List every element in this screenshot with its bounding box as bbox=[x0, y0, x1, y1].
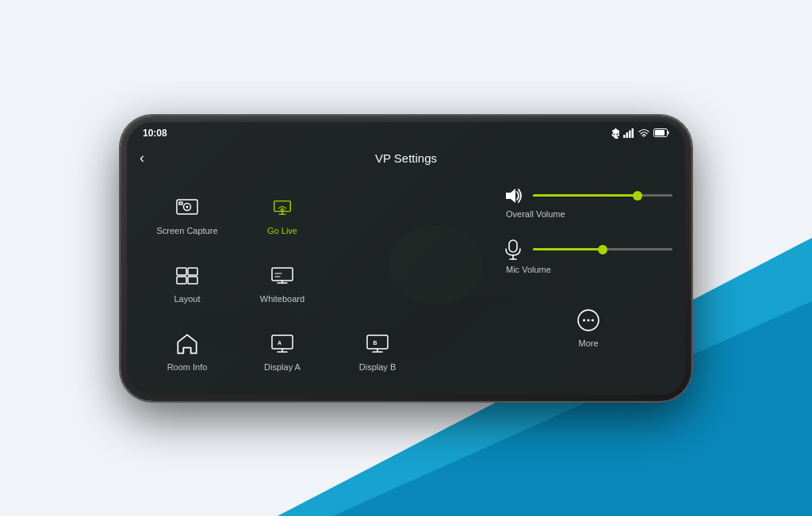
mic-volume-row bbox=[504, 239, 672, 260]
overall-volume-label: Overall Volume bbox=[504, 209, 565, 219]
mic-volume-control: Mic Volume bbox=[504, 233, 672, 281]
phone-outer-shell: 10:08 bbox=[121, 116, 691, 401]
more-label: More bbox=[578, 338, 598, 348]
phone-screen: 10:08 bbox=[127, 122, 685, 395]
layout-button[interactable]: Layout bbox=[140, 249, 235, 317]
svg-rect-28 bbox=[177, 277, 186, 284]
mic-volume-label: Mic Volume bbox=[504, 265, 551, 274]
overall-volume-row bbox=[504, 187, 672, 204]
screen-capture-button[interactable]: Screen Capture bbox=[140, 181, 235, 249]
svg-rect-15 bbox=[632, 128, 634, 138]
svg-rect-19 bbox=[655, 130, 665, 136]
go-live-icon bbox=[268, 193, 297, 222]
overall-volume-track[interactable] bbox=[533, 194, 672, 197]
display-b-icon: B bbox=[363, 330, 392, 358]
room-info-button[interactable]: Room Info bbox=[140, 317, 235, 385]
svg-point-41 bbox=[587, 319, 589, 321]
svg-text:A: A bbox=[278, 340, 282, 346]
mic-volume-track[interactable] bbox=[533, 248, 672, 250]
display-a-icon: A bbox=[268, 330, 297, 358]
layout-icon bbox=[173, 262, 201, 290]
whiteboard-button[interactable]: Whiteboard bbox=[235, 249, 330, 317]
page-title: VP Settings bbox=[375, 151, 437, 165]
battery-icon bbox=[653, 128, 669, 137]
wifi-icon bbox=[638, 128, 649, 137]
room-info-icon bbox=[173, 330, 201, 358]
button-grid: Screen Capture bbox=[140, 181, 504, 387]
mic-icon bbox=[504, 239, 522, 260]
screen-capture-icon bbox=[173, 193, 201, 222]
svg-rect-13 bbox=[626, 132, 629, 138]
display-a-button[interactable]: A Display A bbox=[235, 317, 330, 385]
signal-icon bbox=[623, 128, 634, 138]
go-live-button[interactable]: Go Live bbox=[235, 181, 330, 249]
bluetooth-icon bbox=[611, 128, 619, 139]
svg-point-22 bbox=[186, 206, 189, 208]
room-info-label: Room Info bbox=[167, 362, 208, 372]
back-button[interactable]: ‹ bbox=[140, 150, 144, 166]
svg-rect-36 bbox=[509, 240, 517, 252]
svg-rect-27 bbox=[188, 268, 197, 275]
right-panel: Overall Volume bbox=[504, 181, 672, 387]
svg-rect-33 bbox=[367, 335, 388, 349]
display-b-label: Display B bbox=[359, 362, 396, 372]
svg-rect-30 bbox=[272, 268, 293, 281]
whiteboard-icon bbox=[268, 262, 297, 290]
svg-point-25 bbox=[282, 210, 283, 212]
status-time: 10:08 bbox=[143, 128, 167, 139]
whiteboard-label: Whiteboard bbox=[260, 294, 304, 304]
svg-rect-14 bbox=[629, 130, 631, 138]
svg-point-42 bbox=[592, 319, 594, 321]
layout-label: Layout bbox=[174, 294, 200, 304]
overall-volume-control: Overall Volume bbox=[504, 181, 672, 225]
svg-marker-35 bbox=[506, 189, 515, 203]
svg-point-16 bbox=[643, 136, 645, 137]
go-live-label: Go Live bbox=[267, 226, 297, 235]
svg-rect-29 bbox=[188, 277, 197, 284]
status-bar: 10:08 bbox=[127, 122, 685, 144]
svg-rect-31 bbox=[272, 335, 293, 349]
svg-point-40 bbox=[583, 319, 585, 321]
svg-rect-18 bbox=[668, 132, 669, 135]
screen-capture-label: Screen Capture bbox=[156, 226, 217, 235]
svg-text:B: B bbox=[373, 340, 377, 346]
svg-rect-26 bbox=[177, 268, 186, 275]
phone-device: 10:08 bbox=[121, 116, 691, 401]
more-button[interactable]: More bbox=[568, 300, 609, 354]
svg-rect-12 bbox=[623, 135, 626, 138]
display-b-button[interactable]: B Display B bbox=[330, 317, 425, 385]
display-a-label: Display A bbox=[264, 362, 301, 372]
svg-rect-23 bbox=[179, 202, 182, 204]
speaker-icon bbox=[504, 187, 527, 204]
status-icons bbox=[611, 128, 669, 139]
main-content: Screen Capture bbox=[127, 173, 685, 395]
title-bar: ‹ VP Settings bbox=[127, 144, 685, 173]
more-icon bbox=[574, 306, 603, 334]
